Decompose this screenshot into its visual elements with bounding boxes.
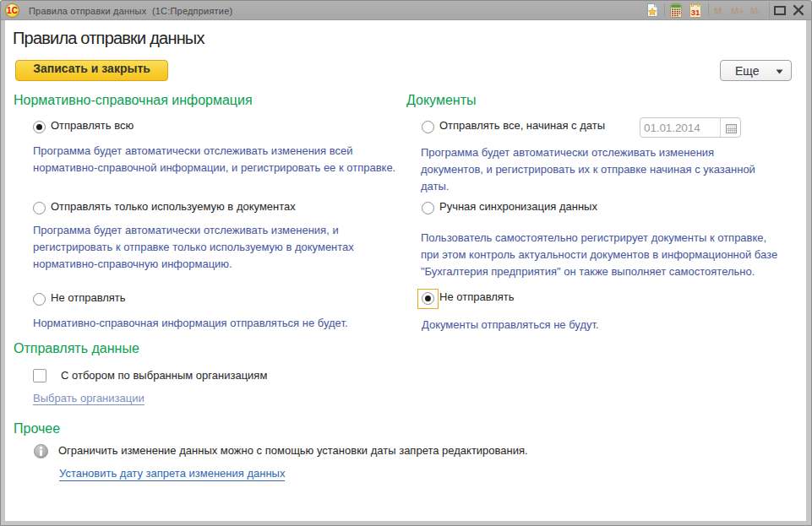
svg-text:1C: 1C (7, 6, 18, 15)
svg-text:31: 31 (691, 8, 700, 17)
